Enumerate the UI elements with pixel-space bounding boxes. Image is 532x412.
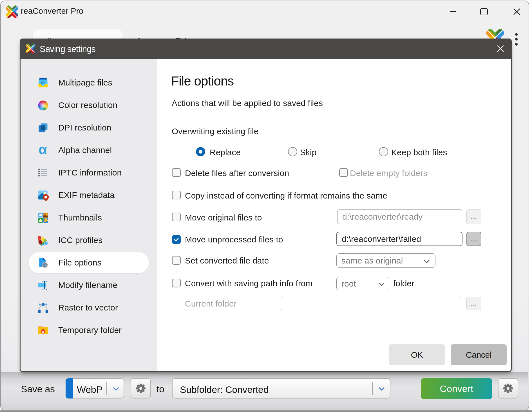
svg-text:α: α [39, 144, 47, 156]
